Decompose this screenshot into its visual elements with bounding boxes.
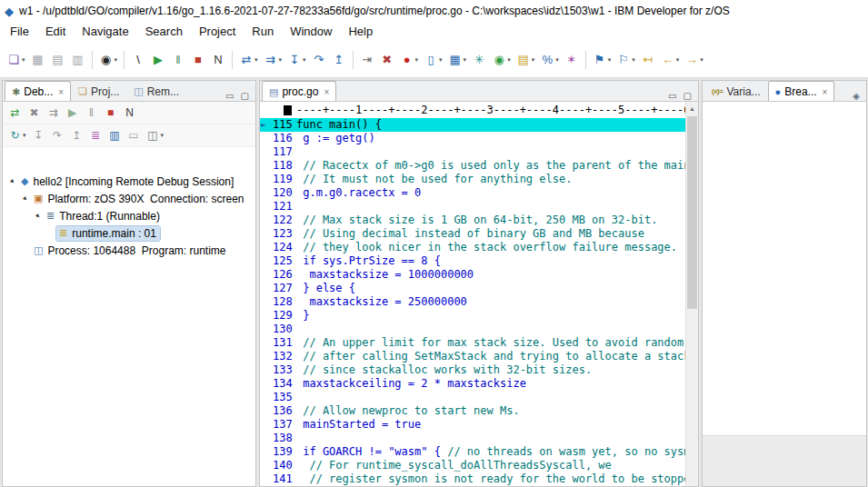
run-button[interactable]: ▶ [149,49,167,71]
resume-button[interactable]: ▶ [64,104,81,123]
tree-row[interactable]: ▼≣Thread:1 (Runnable) [3,207,255,224]
code-line[interactable]: 125 if sys.PtrSize == 8 { [260,254,685,268]
step-return-button[interactable]: ↥ [330,49,348,71]
view-tab-proj[interactable]: ❏Proj... [71,81,126,101]
code-line[interactable]: 137 mainStarted = true [260,418,685,432]
code-line[interactable]: 127 } else { [260,282,685,295]
run-to-line-button[interactable]: ⇥ [358,49,376,71]
run-application-button[interactable]: ◉▾ [490,49,513,71]
dropdown-arrow-icon[interactable]: ▾ [22,56,25,64]
step-over-button[interactable]: ↷ [310,49,328,71]
memory-monitor-button[interactable]: ▯▾ [422,49,444,71]
step-over-button[interactable]: ↷ [49,126,66,145]
scroll-up-icon[interactable]: ▲ [686,102,698,114]
code-line[interactable]: 116 g := getg() [260,132,685,145]
close-icon[interactable]: × [823,87,828,97]
code-line[interactable]: 141 // register sysmon is not ready for … [260,472,685,486]
step-into-button[interactable]: ↧ [30,126,47,145]
code-line[interactable]: 126 maxstacksize = 1000000000 [260,268,685,282]
view-tab-varia[interactable]: (x)=Varia... [704,81,768,101]
connect-button[interactable]: ⇄ [6,104,24,123]
code-line[interactable]: 124 // they look nicer in the stack over… [260,241,685,254]
code-line[interactable]: 130 [260,323,685,336]
code-line[interactable]: 132 // after calling SetMaxStack and try… [260,350,685,363]
dropdown-arrow-icon[interactable]: ▾ [700,56,703,64]
tree-row[interactable]: ◫Process: 1064488 Program: runtime [3,242,255,259]
back-button[interactable]: ←▾ [659,49,682,71]
last-edit-button[interactable]: ↤ [639,49,657,71]
code-line[interactable]: 118 // Racectx of m0->g0 is used only as… [260,159,685,173]
editor-content[interactable]: ----+----1----+----2----+----3----+----4… [260,102,685,486]
dropdown-arrow-icon[interactable]: ▾ [23,132,26,139]
save-all-button[interactable]: ▤ [49,49,67,71]
menu-item-file[interactable]: File [2,21,37,42]
menu-item-project[interactable]: Project [191,21,244,42]
forward-button[interactable]: →▾ [683,49,705,71]
expand-arrow-icon[interactable]: ▼ [6,178,18,184]
menu-item-edit[interactable]: Edit [37,21,74,42]
save-button[interactable]: ▦ [29,49,47,71]
dropdown-arrow-icon[interactable]: ▾ [464,56,467,64]
step-options-button[interactable]: ↻▾ [6,126,28,145]
dropdown-arrow-icon[interactable]: ▾ [303,56,306,64]
menu-item-navigate[interactable]: Navigate [74,21,136,42]
task-flag-button[interactable]: ⚐▾ [614,49,637,71]
disconnect-button[interactable]: N [209,49,227,71]
dropdown-arrow-icon[interactable]: ▾ [532,56,535,64]
dropdown-arrow-icon[interactable]: ▾ [439,56,443,64]
code-line[interactable]: 120 g.m.g0.racectx = 0 [260,186,685,200]
monitor-view-button[interactable]: ▥ [106,126,124,145]
code-line[interactable]: 138 [260,432,685,445]
code-line[interactable]: 136 // Allow newproc to start new Ms. [260,404,685,418]
menu-item-window[interactable]: Window [282,21,340,42]
view-tab-deb[interactable]: ✱Deb...× [5,81,71,101]
dropdown-arrow-icon[interactable]: ▾ [555,56,559,64]
use-step-filters-button[interactable]: ≣ [87,126,105,145]
code-line[interactable]: 140 // For runtime_syscall_doAllThreadsS… [260,459,685,472]
record-button[interactable]: ●▾ [398,49,421,71]
code-line[interactable]: 139 if GOARCH != "wasm" { // no threads … [260,445,685,459]
view-tab-brea[interactable]: ●Brea...× [768,81,835,101]
tree-row[interactable]: ▼◆hello2 [Incoming Remote Debug Session] [3,173,255,190]
account-button[interactable]: ◉▾ [97,49,120,71]
terminate-button[interactable]: ■ [189,49,207,71]
dropdown-arrow-icon[interactable]: ▾ [161,132,165,139]
editor-scrollbar[interactable]: ▲ [685,102,698,486]
filter-tool-button[interactable]: ✳ [470,49,488,71]
step-commands-button[interactable]: ⇉▾ [262,49,284,71]
view-tab-rem[interactable]: ◫Rem... [126,81,186,101]
step-filters-button[interactable]: ⇄▾ [237,49,260,71]
menu-item-search[interactable]: Search [137,21,191,42]
debug-view-menu-button[interactable]: ◫▾ [145,126,166,145]
detach-button[interactable]: ▭ [125,126,143,145]
dropdown-arrow-icon[interactable]: ▾ [115,56,118,64]
disconnect-all-button[interactable]: ⇉ [45,104,62,123]
dropdown-arrow-icon[interactable]: ▾ [507,56,511,64]
code-line[interactable]: 133 // since stackalloc works with 32-bi… [260,363,685,377]
db-tools-button[interactable]: ▤▾ [514,49,537,71]
print-button[interactable]: ▥ [69,49,87,71]
remove-all-button[interactable]: ✖ [378,49,396,71]
minimize-icon[interactable]: ▭ [225,91,234,101]
tree-row[interactable]: ≣runtime.main : 01 [3,224,255,242]
disconnect-button[interactable]: N [121,104,138,123]
dropdown-arrow-icon[interactable]: ▾ [254,56,258,64]
expand-arrow-icon[interactable]: ▼ [32,213,44,219]
dropdown-arrow-icon[interactable]: ▾ [676,56,680,64]
remove-all-terminated-button[interactable]: ✖ [25,104,43,123]
menu-item-help[interactable]: Help [340,21,381,42]
code-line[interactable]: ►115func main() { [260,118,685,132]
tree-row[interactable]: ▼▣Platform: zOS 390X Connection: screen [3,190,255,207]
menu-item-run[interactable]: Run [244,21,282,42]
new-wizard-button[interactable]: ❏▾ [5,49,27,71]
editor-tab-proc-go[interactable]: ▤proc.go× [262,81,336,101]
code-line[interactable]: 121 [260,200,685,214]
terminate-button[interactable]: ■ [102,104,119,123]
view-menu-icon[interactable]: ◈ [853,91,860,101]
minimize-icon[interactable]: ▭ [668,91,676,101]
close-icon[interactable]: × [324,87,329,97]
backslash-tool-button[interactable]: \ [129,49,147,71]
code-line[interactable]: 135 [260,391,685,404]
bookmark-button[interactable]: ⚑▾ [591,49,614,71]
code-line[interactable]: 131 // An upper limit for max stack size… [260,336,685,350]
